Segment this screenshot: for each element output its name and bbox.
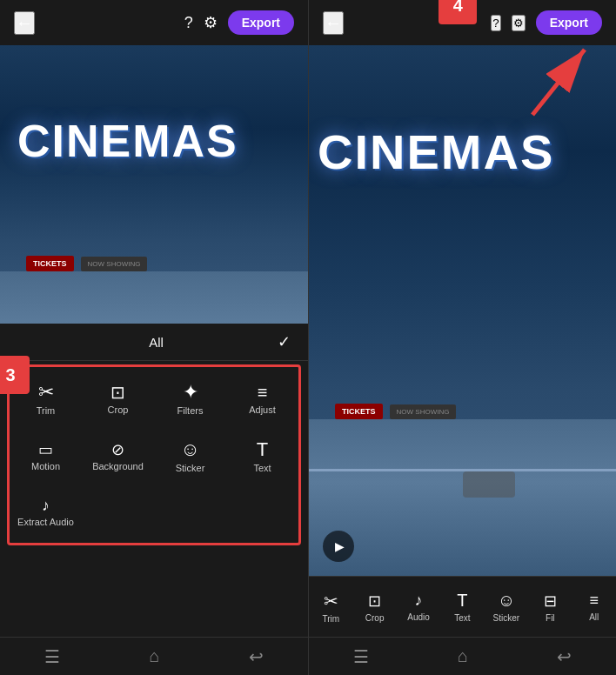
right-header: ← 4 ? ⚙ Export	[309, 0, 616, 45]
right-tool-all[interactable]: ≡ All	[577, 591, 612, 622]
trim-label: Trim	[37, 405, 56, 416]
motion-icon: ▭	[38, 442, 53, 458]
background-label: Background	[92, 461, 144, 471]
left-panel: ← ? ⚙ Export CINEMAS TICKETS NOW SHOWING…	[0, 0, 308, 675]
right-audio-label: Audio	[407, 612, 430, 622]
text-label: Text	[253, 463, 271, 473]
right-cinemas-text: CINEMAS	[318, 124, 554, 180]
tool-text[interactable]: T Text	[226, 431, 298, 482]
extract-audio-icon: ♪	[42, 498, 50, 513]
right-trim-icon: ✂	[324, 591, 338, 612]
left-nav-back-icon[interactable]: ↩	[249, 646, 264, 667]
tool-motion[interactable]: ▭ Motion	[10, 431, 82, 482]
right-export-button[interactable]: Export	[536, 10, 602, 35]
right-panel: ← 4 ? ⚙ Export CINEMAS TICKETS	[308, 0, 616, 675]
right-all-label: All	[589, 612, 599, 622]
filters-icon: ✦	[183, 383, 198, 402]
right-tickets-sign: TICKETS	[335, 404, 383, 419]
left-video-preview: CINEMAS TICKETS NOW SHOWING	[0, 45, 308, 324]
left-help-button[interactable]: ?	[184, 14, 193, 32]
right-tickets-area: TICKETS NOW SHOWING	[335, 404, 456, 419]
right-tool-trim[interactable]: ✂ Trim	[313, 591, 348, 624]
right-tool-audio[interactable]: ♪ Audio	[401, 591, 436, 622]
sticker-label: Sticker	[176, 463, 205, 473]
tool-background[interactable]: ⊘ Background	[82, 431, 154, 482]
left-nav-bar: ☰ ⌂ ↩	[0, 637, 308, 675]
sticker-icon: ☺	[180, 440, 199, 459]
left-nav-home-icon[interactable]: ⌂	[149, 646, 159, 666]
right-tool-text[interactable]: T Text	[445, 591, 479, 623]
left-nav-menu-icon[interactable]: ☰	[44, 646, 60, 667]
adjust-label: Adjust	[249, 404, 276, 415]
step4-badge: 4	[439, 0, 477, 24]
adjust-icon: ≡	[258, 384, 268, 401]
left-floor	[0, 271, 308, 324]
check-icon: ✓	[278, 332, 291, 351]
tool-extract-audio[interactable]: ♪ Extract Audio	[10, 489, 82, 536]
tools-row-1: ✂ Trim ⊡ Crop ✦ Filters ≡ Adjust	[10, 371, 298, 428]
right-crop-label: Crop	[365, 613, 385, 623]
tools-row-3: ♪ Extract Audio	[10, 485, 298, 539]
right-tools-bar: ✂ Trim ⊡ Crop ♪ Audio T Text ☺ Sticker ⊟…	[309, 576, 616, 637]
right-all-icon: ≡	[589, 591, 599, 610]
left-header: ← ? ⚙ Export	[0, 0, 308, 45]
tickets-sign: TICKETS	[26, 256, 74, 271]
now-showing-sign: NOW SHOWING	[81, 257, 148, 271]
right-nav-back-icon[interactable]: ↩	[557, 646, 572, 667]
right-sticker-icon: ☺	[498, 591, 515, 611]
tools-header: All ✓	[0, 324, 308, 361]
background-icon: ⊘	[111, 442, 124, 458]
red-border-box: ✂ Trim ⊡ Crop ✦ Filters ≡ Adjust	[7, 364, 301, 545]
right-tool-fil[interactable]: ⊟ Fil	[532, 591, 567, 623]
right-audio-icon: ♪	[415, 591, 423, 610]
right-tool-crop[interactable]: ⊡ Crop	[358, 591, 392, 623]
right-text-label: Text	[454, 613, 470, 623]
filters-label: Filters	[177, 405, 204, 416]
motion-label: Motion	[31, 461, 60, 471]
tool-filters[interactable]: ✦ Filters	[154, 374, 226, 424]
tool-sticker[interactable]: ☺ Sticker	[154, 431, 226, 482]
right-header-right: 4 ? ⚙ Export	[491, 10, 602, 35]
right-nav-menu-icon[interactable]: ☰	[353, 646, 369, 667]
right-back-button[interactable]: ←	[323, 11, 344, 35]
people-silhouettes	[463, 471, 515, 498]
right-nav-bar: ☰ ⌂ ↩	[309, 637, 616, 675]
crop-icon: ⊡	[110, 384, 125, 401]
left-cinemas-text: CINEMAS	[17, 115, 238, 167]
left-tickets-area: TICKETS NOW SHOWING	[26, 256, 147, 271]
left-back-button[interactable]: ←	[14, 11, 35, 35]
right-help-button[interactable]: ?	[491, 15, 500, 31]
right-crop-icon: ⊡	[368, 591, 381, 611]
right-text-icon: T	[457, 591, 467, 611]
step3-badge: 3	[0, 356, 30, 394]
text-icon: T	[257, 440, 268, 459]
right-nav-home-icon[interactable]: ⌂	[458, 646, 468, 666]
all-label: All	[35, 335, 278, 350]
right-fil-label: Fil	[546, 613, 555, 623]
right-tool-sticker[interactable]: ☺ Sticker	[489, 591, 524, 623]
tool-adjust[interactable]: ≡ Adjust	[226, 374, 298, 424]
right-floor	[309, 419, 616, 576]
play-button[interactable]: ▶	[323, 531, 354, 562]
play-icon: ▶	[335, 539, 345, 553]
tools-section: All ✓ 3 ✂ Trim ⊡ Crop ✦ Filters	[0, 324, 308, 637]
crop-label: Crop	[108, 404, 129, 415]
right-video-preview: CINEMAS TICKETS NOW SHOWING ▶	[309, 45, 616, 576]
tool-crop[interactable]: ⊡ Crop	[82, 374, 154, 424]
tools-row-2: ▭ Motion ⊘ Background ☺ Sticker T Text	[10, 428, 298, 485]
left-settings-button[interactable]: ⚙	[204, 13, 218, 32]
extract-audio-label: Extract Audio	[17, 517, 74, 527]
right-now-showing-sign: NOW SHOWING	[390, 404, 457, 419]
right-settings-button[interactable]: ⚙	[512, 15, 526, 31]
left-export-button[interactable]: Export	[228, 10, 294, 35]
trim-icon: ✂	[38, 383, 54, 402]
glass-railing	[309, 469, 616, 471]
right-sticker-label: Sticker	[493, 613, 520, 623]
right-fil-icon: ⊟	[544, 591, 557, 611]
right-trim-label: Trim	[322, 614, 339, 624]
left-header-right: ? ⚙ Export	[184, 10, 294, 35]
